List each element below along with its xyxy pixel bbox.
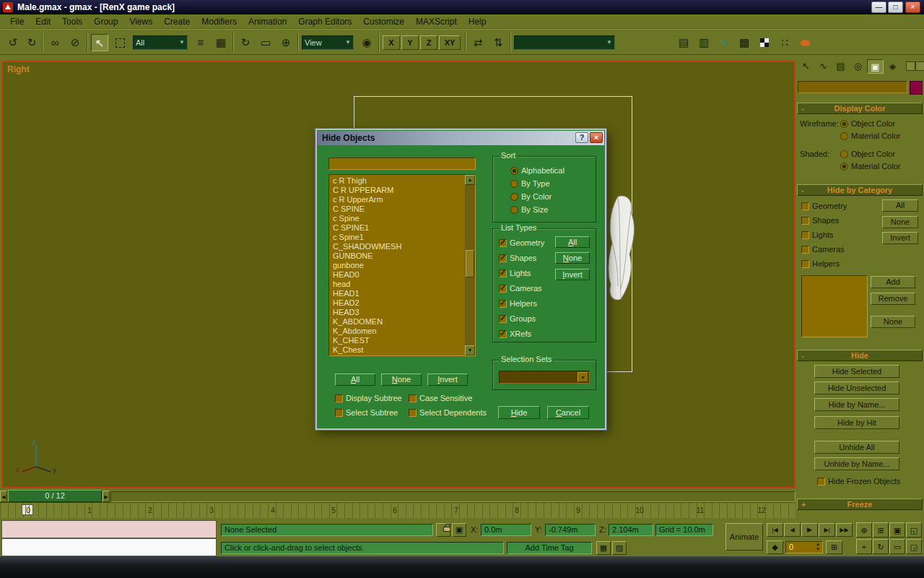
rollout-display-color[interactable]: - Display Color bbox=[797, 103, 923, 114]
add-time-tag-field[interactable]: Add Time Tag bbox=[507, 542, 592, 554]
wireframe-object-color-option[interactable]: Object Color bbox=[840, 118, 895, 129]
select-and-link-icon[interactable]: ∞ bbox=[46, 34, 64, 51]
list-item[interactable]: HEAD2 bbox=[330, 298, 464, 308]
list-item[interactable]: HEAD1 bbox=[330, 289, 464, 298]
checkbox-icon[interactable] bbox=[499, 300, 507, 308]
radio-icon[interactable] bbox=[840, 150, 848, 158]
checkbox-icon[interactable] bbox=[335, 409, 343, 417]
menu-graph-editors[interactable]: Graph Editors bbox=[292, 14, 357, 29]
key-mode-toggle-icon[interactable]: ◆ bbox=[767, 540, 783, 554]
tab-display[interactable]: ▣ bbox=[867, 59, 884, 74]
list-item[interactable]: K_ABDOMEN bbox=[330, 317, 464, 327]
rectangular-selection-icon[interactable] bbox=[111, 34, 128, 51]
curve-editor-icon[interactable]: ∿ bbox=[715, 34, 733, 51]
category-all-button[interactable]: All bbox=[882, 199, 918, 212]
checkbox-icon[interactable] bbox=[801, 231, 809, 239]
min-viewport-icon[interactable]: ▭ bbox=[889, 539, 905, 554]
pan-icon[interactable]: + bbox=[856, 539, 872, 554]
select-none-button[interactable]: None bbox=[381, 374, 422, 386]
radio-icon[interactable] bbox=[510, 167, 518, 175]
object-search-input[interactable] bbox=[328, 158, 476, 170]
menu-tools[interactable]: Tools bbox=[56, 14, 88, 29]
tab-create[interactable]: ↖ bbox=[798, 59, 814, 74]
type-shapes-checkbox[interactable]: Shapes bbox=[499, 253, 536, 263]
checkbox-icon[interactable] bbox=[499, 285, 507, 293]
rollout-hide[interactable]: - Hide bbox=[797, 350, 923, 361]
checkbox-icon[interactable] bbox=[801, 202, 809, 210]
select-all-button[interactable]: All bbox=[335, 374, 375, 386]
track-bar[interactable]: 0 1 2 3 4 5 6 7 8 9 10 11 12 bbox=[0, 502, 796, 518]
dialog-close-icon[interactable]: × bbox=[590, 132, 603, 143]
tab-modify[interactable]: ∿ bbox=[815, 59, 832, 74]
restrict-xy-plane-button[interactable]: XY bbox=[439, 35, 461, 50]
object-name-field[interactable] bbox=[798, 81, 907, 93]
list-item[interactable]: gunbone bbox=[330, 261, 464, 270]
dialog-titlebar[interactable]: Hide Objects ? × bbox=[318, 131, 604, 145]
list-item[interactable]: c Spine bbox=[330, 214, 464, 223]
region-select-icon[interactable]: ▭ bbox=[257, 34, 274, 51]
selection-lock-icon[interactable] bbox=[436, 523, 450, 537]
list-item[interactable]: c R Thigh bbox=[330, 176, 464, 186]
snap-toggle-icon[interactable]: ⊕ bbox=[277, 34, 295, 51]
sort-alphabetical-option[interactable]: Alphabetical bbox=[510, 165, 565, 176]
list-item[interactable]: C R UPPERARM bbox=[330, 186, 464, 195]
sort-by-type-option[interactable]: By Type bbox=[510, 178, 550, 189]
zoom-extents-icon[interactable]: ▣ bbox=[889, 522, 905, 538]
cancel-button[interactable]: Cancel bbox=[547, 406, 589, 419]
align-icon[interactable]: ⇅ bbox=[489, 34, 507, 51]
radio-icon[interactable] bbox=[840, 132, 848, 140]
checkbox-icon[interactable] bbox=[499, 330, 507, 338]
restrict-x-button[interactable]: X bbox=[383, 35, 400, 50]
render-icon[interactable] bbox=[796, 34, 814, 51]
close-button[interactable]: × bbox=[905, 1, 920, 13]
material-editor-icon[interactable] bbox=[756, 34, 773, 51]
reference-coordinate-dropdown[interactable]: View ▼ bbox=[302, 35, 354, 50]
scrollbar-thumb[interactable] bbox=[466, 250, 474, 277]
shaded-material-color-option[interactable]: Material Color bbox=[840, 161, 900, 171]
menu-file[interactable]: File bbox=[4, 14, 30, 29]
category-none-button[interactable]: None bbox=[882, 216, 918, 228]
checkbox-icon[interactable] bbox=[499, 239, 507, 247]
list-item[interactable]: K_CHEST bbox=[330, 336, 464, 345]
category-shapes[interactable]: Shapes bbox=[801, 215, 839, 225]
category-invert-button[interactable]: Invert bbox=[882, 232, 918, 244]
list-item[interactable]: HEAD0 bbox=[330, 270, 464, 280]
y-coordinate-field[interactable]: -0.749m bbox=[545, 524, 596, 536]
unlink-selection-icon[interactable]: ⊘ bbox=[66, 34, 84, 51]
dialog-help-button[interactable]: ? bbox=[575, 132, 588, 143]
category-helpers[interactable]: Helpers bbox=[801, 259, 840, 269]
category-cameras[interactable]: Cameras bbox=[801, 244, 845, 254]
checkbox-icon[interactable] bbox=[409, 409, 417, 417]
checkbox-icon[interactable] bbox=[499, 254, 507, 262]
undo-icon[interactable]: ↺ bbox=[4, 34, 22, 51]
z-coordinate-field[interactable]: 2.104m bbox=[609, 524, 653, 536]
category-geometry[interactable]: Geometry bbox=[801, 201, 847, 211]
radio-icon[interactable] bbox=[840, 120, 848, 128]
slider-right-arrow[interactable]: ▶ bbox=[103, 491, 110, 502]
menu-help[interactable]: Help bbox=[463, 14, 492, 29]
chevron-down-icon[interactable]: ▼ bbox=[578, 372, 588, 382]
go-to-end-button[interactable]: ▶▶ bbox=[836, 523, 853, 537]
checkbox-icon[interactable] bbox=[801, 217, 809, 225]
menu-modifiers[interactable]: Modifiers bbox=[196, 14, 243, 29]
selection-sets-dropdown[interactable]: ▼ bbox=[499, 371, 590, 384]
type-xrefs-checkbox[interactable]: XRefs bbox=[499, 329, 531, 339]
category-remove-button[interactable]: Remove bbox=[871, 293, 915, 305]
time-slider-track[interactable] bbox=[110, 491, 796, 502]
menu-maxscript[interactable]: MAXScript bbox=[410, 14, 463, 29]
types-all-button[interactable]: All bbox=[555, 236, 590, 248]
maxscript-listener-icon[interactable]: ▥ bbox=[695, 34, 712, 51]
list-item[interactable]: c Spine1 bbox=[330, 233, 464, 242]
list-item[interactable]: K_Abdomen bbox=[330, 327, 464, 336]
scroll-up-icon[interactable]: ▲ bbox=[465, 175, 475, 185]
menu-edit[interactable]: Edit bbox=[30, 14, 56, 29]
go-to-start-button[interactable]: |◀ bbox=[767, 523, 783, 537]
named-selection-dropdown[interactable]: ▼ bbox=[514, 35, 615, 50]
use-center-icon[interactable]: ◉ bbox=[358, 34, 375, 51]
sort-by-color-option[interactable]: By Color bbox=[510, 191, 552, 202]
x-coordinate-field[interactable]: 0.0m bbox=[481, 524, 531, 536]
type-cameras-checkbox[interactable]: Cameras bbox=[499, 283, 542, 293]
selection-filter-dropdown[interactable]: All ▼ bbox=[133, 35, 188, 50]
menu-views[interactable]: Views bbox=[123, 14, 158, 29]
absolute-offset-mode-icon[interactable]: ▣ bbox=[452, 523, 466, 537]
